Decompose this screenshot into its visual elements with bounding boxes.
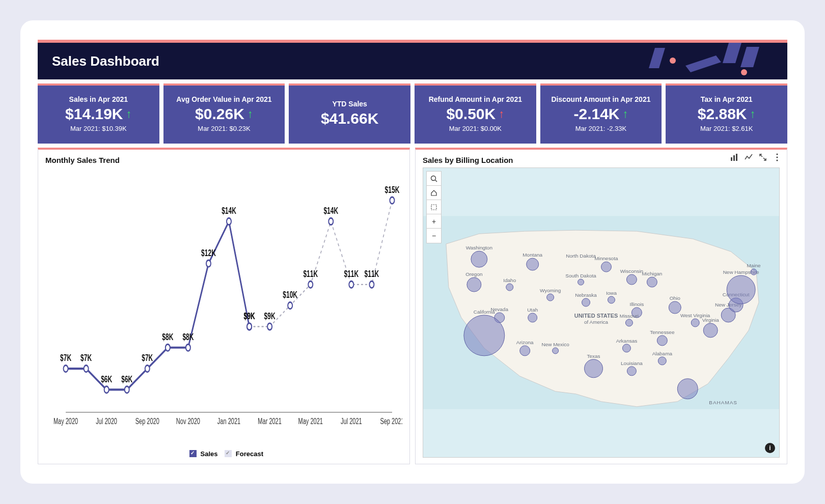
chart-monthly-trend[interactable]: May 2020Jul 2020Sep 2020Nov 2020Jan 2021… bbox=[45, 164, 402, 448]
svg-point-46 bbox=[349, 281, 353, 288]
svg-point-66 bbox=[471, 251, 487, 267]
svg-text:May 2020: May 2020 bbox=[53, 417, 78, 426]
svg-point-87 bbox=[578, 279, 584, 285]
svg-text:$9K: $9K bbox=[244, 311, 255, 321]
svg-text:$12K: $12K bbox=[201, 248, 216, 258]
svg-text:South Dakota: South Dakota bbox=[565, 273, 596, 278]
kpi-ytd[interactable]: YTD Sales $41.66K bbox=[289, 83, 410, 144]
panel-billing-map: Sales by Billing Location + − UNITED STA… bbox=[415, 148, 787, 464]
kpi-row: Sales in Apr 2021 $14.19K ↑ Mar 2021: $1… bbox=[38, 83, 787, 144]
kpi-label: Refund Amount in Apr 2021 bbox=[429, 95, 522, 103]
svg-text:$7K: $7K bbox=[142, 353, 153, 363]
legend-label-forecast[interactable]: Forecast bbox=[236, 450, 263, 458]
svg-text:Virginia: Virginia bbox=[702, 317, 720, 323]
svg-text:Louisiana: Louisiana bbox=[621, 360, 643, 366]
kpi-tax[interactable]: Tax in Apr 2021 $2.88K ↑ Mar 2021: $2.61… bbox=[666, 83, 787, 144]
kpi-value: -2.14K ↑ bbox=[573, 105, 628, 123]
svg-text:Maine: Maine bbox=[747, 263, 761, 268]
kpi-value: $2.88K ↑ bbox=[698, 105, 756, 123]
svg-point-58 bbox=[431, 176, 436, 180]
svg-text:$9K: $9K bbox=[264, 311, 276, 321]
svg-rect-53 bbox=[733, 155, 735, 161]
kpi-sales[interactable]: Sales in Apr 2021 $14.19K ↑ Mar 2021: $1… bbox=[38, 83, 159, 144]
arrow-up-icon: ↑ bbox=[499, 107, 504, 121]
svg-text:California: California bbox=[474, 309, 496, 315]
svg-point-111 bbox=[657, 335, 667, 346]
more-icon[interactable] bbox=[773, 153, 782, 162]
map-select-icon[interactable] bbox=[427, 200, 441, 214]
svg-text:$14K: $14K bbox=[222, 206, 236, 216]
svg-text:$14K: $14K bbox=[323, 206, 338, 216]
svg-text:UNITED STATES: UNITED STATES bbox=[574, 313, 618, 319]
expand-icon[interactable] bbox=[758, 153, 767, 162]
svg-text:Nebraska: Nebraska bbox=[575, 292, 597, 298]
svg-text:North Dakota: North Dakota bbox=[566, 253, 596, 259]
svg-point-97 bbox=[647, 277, 657, 287]
svg-point-101 bbox=[625, 319, 632, 326]
header-bar: Sales Dashboard bbox=[38, 40, 787, 79]
kpi-sub: Mar 2021: $0.00K bbox=[449, 125, 502, 132]
dashboard-frame: Sales Dashboard Sales in Apr 2021 $14.19… bbox=[20, 20, 805, 484]
svg-point-55 bbox=[776, 153, 778, 155]
kpi-avg-order[interactable]: Avg Order Value in Apr 2021 $0.26K ↑ Mar… bbox=[163, 83, 285, 144]
bar-chart-icon[interactable] bbox=[730, 153, 739, 162]
svg-text:Arizona: Arizona bbox=[516, 340, 534, 345]
svg-line-59 bbox=[435, 180, 437, 182]
svg-point-107 bbox=[627, 367, 636, 376]
svg-point-18 bbox=[84, 365, 89, 372]
svg-text:Missouri: Missouri bbox=[620, 313, 639, 319]
arrow-up-icon: ↑ bbox=[750, 107, 756, 121]
svg-text:Tennessee: Tennessee bbox=[650, 329, 675, 335]
map-info-icon[interactable]: i bbox=[765, 443, 775, 453]
svg-point-125 bbox=[751, 269, 757, 275]
map-canvas[interactable]: + − UNITED STATESof AmericaBAHAMASWashin… bbox=[423, 167, 780, 458]
svg-text:$8K: $8K bbox=[182, 332, 194, 342]
svg-point-38 bbox=[267, 323, 272, 330]
svg-text:Utah: Utah bbox=[527, 307, 538, 313]
svg-point-103 bbox=[622, 344, 630, 352]
svg-point-16 bbox=[64, 365, 68, 372]
svg-text:Illinois: Illinois bbox=[630, 301, 644, 307]
kpi-value: $41.66K bbox=[321, 110, 378, 127]
svg-text:Jan 2021: Jan 2021 bbox=[217, 417, 240, 426]
map-zoom-out-icon[interactable]: − bbox=[427, 229, 441, 243]
svg-text:Montana: Montana bbox=[522, 252, 542, 258]
svg-point-30 bbox=[206, 260, 211, 267]
svg-point-105 bbox=[585, 359, 603, 378]
arrow-up-icon: ↑ bbox=[623, 107, 628, 121]
svg-rect-54 bbox=[736, 154, 737, 161]
svg-point-93 bbox=[608, 296, 615, 303]
svg-point-109 bbox=[658, 357, 666, 365]
kpi-refund[interactable]: Refund Amount in Apr 2021 $0.50K ↑ Mar 2… bbox=[415, 83, 536, 144]
svg-point-76 bbox=[464, 315, 505, 356]
svg-point-70 bbox=[527, 258, 539, 270]
kpi-value: $14.19K ↑ bbox=[65, 105, 131, 123]
legend-swatch-sales-icon[interactable] bbox=[189, 450, 197, 457]
svg-text:Jul 2021: Jul 2021 bbox=[341, 417, 362, 426]
svg-point-95 bbox=[626, 274, 637, 285]
kpi-sub: Mar 2021: -2.33K bbox=[575, 125, 626, 132]
svg-text:Oregon: Oregon bbox=[465, 271, 482, 277]
panel-title: Sales by Billing Location bbox=[423, 156, 780, 164]
line-chart-icon[interactable] bbox=[744, 153, 753, 162]
map-home-icon[interactable] bbox=[427, 186, 441, 200]
svg-point-113 bbox=[669, 301, 681, 314]
arrow-up-icon: ↑ bbox=[248, 107, 253, 121]
svg-text:BAHAMAS: BAHAMAS bbox=[709, 400, 737, 405]
map-search-icon[interactable] bbox=[427, 172, 441, 186]
svg-text:Jul 2020: Jul 2020 bbox=[96, 417, 117, 426]
svg-text:Wyoming: Wyoming bbox=[540, 288, 561, 293]
panel-title: Monthly Sales Trend bbox=[45, 156, 402, 164]
legend-swatch-forecast-icon[interactable] bbox=[225, 450, 232, 457]
kpi-discount[interactable]: Discount Amount in Apr 2021 -2.14K ↑ Mar… bbox=[540, 83, 662, 144]
svg-point-28 bbox=[186, 344, 190, 351]
svg-text:$8K: $8K bbox=[162, 332, 173, 342]
svg-text:of America: of America bbox=[584, 319, 609, 325]
svg-text:Washington: Washington bbox=[466, 245, 492, 250]
legend-label-sales[interactable]: Sales bbox=[201, 450, 218, 458]
map-zoom-in-icon[interactable]: + bbox=[427, 214, 441, 229]
svg-point-50 bbox=[390, 197, 394, 204]
kpi-sub: Mar 2021: $0.23K bbox=[198, 125, 250, 132]
svg-text:$6K: $6K bbox=[101, 374, 112, 384]
svg-point-89 bbox=[582, 298, 590, 306]
